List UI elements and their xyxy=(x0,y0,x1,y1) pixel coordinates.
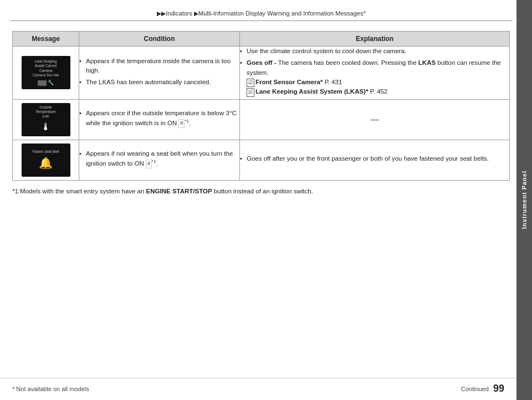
table-row: Lane KeepingAssist CancelCameraCamera To… xyxy=(13,47,510,100)
condition-item: Appears once if the outside temperature … xyxy=(79,109,239,128)
table-row: Fasten Seat Belt 🔔 Appears if not wearin… xyxy=(13,140,510,180)
col-condition: Condition xyxy=(79,32,240,47)
footnote: *1:Models with the smart entry system ha… xyxy=(12,186,510,196)
page-number: 99 xyxy=(493,383,504,394)
ref-icon: ☑ xyxy=(247,79,254,88)
temp-display: OutsideTemperatureLow 🌡 xyxy=(22,103,70,136)
condition-item: The LKAS has been automatically canceled… xyxy=(79,78,239,87)
page-container: Instrument Panel ▶▶Indicators ▶Multi-Inf… xyxy=(0,0,532,400)
engine-label: ENGINE START/STOP xyxy=(146,188,212,194)
bottom-right: Continued 99 xyxy=(461,383,504,394)
condition-cell-temp: Appears once if the outside temperature … xyxy=(79,99,240,140)
ignition-icon: II xyxy=(178,119,185,128)
warning-table: Message Condition Explanation Lane Keepi… xyxy=(12,31,510,181)
explanation-cell-camera: Use the climate control system to cool d… xyxy=(240,47,510,100)
footnote-star: *1:Models with the smart entry system ha… xyxy=(12,188,313,194)
condition-cell-seatbelt: Appears if not wearing a seat belt when … xyxy=(79,140,240,180)
breadcrumb: ▶▶Indicators ▶Multi-Information Display … xyxy=(157,10,365,17)
continued-label: Continued xyxy=(461,386,489,392)
explanation-cell-seatbelt: Goes off after you or the front passenge… xyxy=(240,140,510,180)
message-cell-camera: Lane KeepingAssist CancelCameraCamera To… xyxy=(13,47,79,100)
seatbelt-display: Fasten Seat Belt 🔔 xyxy=(22,143,70,177)
page-header: ▶▶Indicators ▶Multi-Information Display … xyxy=(10,10,513,21)
camera-display: Lane KeepingAssist CancelCameraCamera To… xyxy=(22,56,70,89)
dash-placeholder: — xyxy=(240,115,509,125)
explanation-cell-temp: — xyxy=(240,99,510,140)
ref-icon: ☑ xyxy=(247,88,254,97)
side-tab: Instrument Panel xyxy=(516,0,532,400)
ignition-icon: II xyxy=(146,160,152,168)
col-message: Message xyxy=(13,32,79,47)
explanation-item: Use the climate control system to cool d… xyxy=(240,47,509,56)
condition-cell-camera: Appears if the temperature inside the ca… xyxy=(79,47,240,100)
explanation-item: Goes off - The camera has been cooled do… xyxy=(240,58,509,97)
condition-item: Appears if the temperature inside the ca… xyxy=(79,57,239,76)
col-explanation: Explanation xyxy=(240,32,510,47)
side-tab-label: Instrument Panel xyxy=(521,171,528,229)
not-available-note: * Not available on all models xyxy=(12,386,89,392)
message-cell-seatbelt: Fasten Seat Belt 🔔 xyxy=(13,140,79,180)
table-header-row: Message Condition Explanation xyxy=(13,32,510,47)
explanation-item: Goes off after you or the front passenge… xyxy=(240,154,509,163)
message-cell-temp: OutsideTemperatureLow 🌡 xyxy=(13,99,79,140)
main-content: Message Condition Explanation Lane Keepi… xyxy=(12,31,510,196)
condition-item: Appears if not wearing a seat belt when … xyxy=(79,149,239,168)
table-row: OutsideTemperatureLow 🌡 Appears once if … xyxy=(13,99,510,140)
bottom-bar: * Not available on all models Continued … xyxy=(0,378,516,400)
